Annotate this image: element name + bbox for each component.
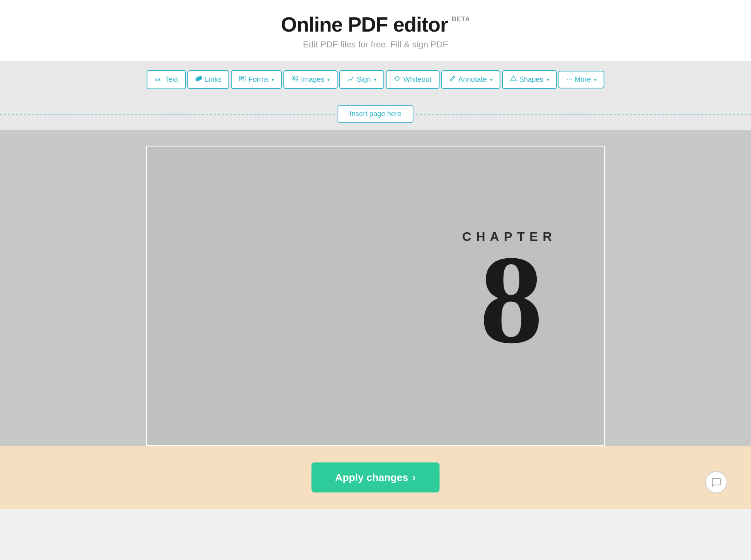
app-subtitle: Edit PDF files for free. Fill & sign PDF — [0, 39, 751, 50]
beta-badge: BETA — [452, 16, 470, 23]
links-label: Links — [205, 75, 221, 84]
chapter-content: CHAPTER 8 — [462, 229, 557, 363]
apply-changes-button[interactable]: Apply changes › — [311, 462, 440, 492]
apply-arrow-icon: › — [412, 471, 416, 484]
insert-page-button[interactable]: Insert page here — [338, 105, 413, 123]
annotate-chevron-icon: ▾ — [490, 77, 492, 83]
bottom-bar: Apply changes › — [0, 446, 751, 509]
title-row: Online PDF editor BETA — [0, 13, 751, 36]
shapes-icon — [510, 75, 517, 84]
annotate-label: Annotate — [459, 75, 487, 84]
text-label: Text — [165, 75, 178, 84]
text-icon: IA — [155, 75, 162, 85]
sign-chevron-icon: ▾ — [374, 77, 376, 83]
more-tool-button[interactable]: ··· More ▾ — [559, 71, 604, 88]
app-title: Online PDF editor — [281, 13, 448, 36]
annotate-tool-button[interactable]: Annotate ▾ — [441, 70, 500, 89]
sign-tool-button[interactable]: Sign ▾ — [339, 70, 384, 89]
forms-tool-button[interactable]: Forms ▾ — [231, 70, 282, 89]
whiteout-tool-button[interactable]: Whiteout — [386, 70, 439, 89]
svg-text:IA: IA — [155, 76, 161, 82]
forms-icon — [239, 75, 246, 84]
shapes-label: Shapes — [519, 75, 543, 84]
shapes-chevron-icon: ▾ — [547, 77, 549, 83]
chat-bubble-button[interactable] — [705, 471, 727, 493]
more-icon: ··· — [566, 75, 572, 84]
annotate-icon — [449, 75, 456, 84]
insert-page-area: Insert page here — [0, 98, 751, 130]
links-icon — [195, 75, 202, 84]
header: Online PDF editor BETA Edit PDF files fo… — [0, 0, 751, 61]
toolbar-buttons: IA Text Links — [147, 70, 604, 89]
chapter-number: 8 — [480, 236, 539, 363]
svg-marker-8 — [510, 76, 516, 81]
more-label: More — [575, 75, 591, 84]
pdf-page: CHAPTER 8 — [146, 146, 605, 446]
whiteout-icon — [394, 75, 401, 84]
links-tool-button[interactable]: Links — [187, 70, 229, 89]
apply-changes-label: Apply changes — [335, 472, 408, 484]
chapter-label: CHAPTER — [462, 229, 557, 244]
shapes-tool-button[interactable]: Shapes ▾ — [502, 70, 557, 89]
forms-chevron-icon: ▾ — [272, 77, 274, 83]
forms-label: Forms — [248, 75, 268, 84]
pdf-area: CHAPTER 8 — [0, 130, 751, 446]
images-chevron-icon: ▾ — [327, 77, 330, 83]
sign-icon — [347, 75, 354, 84]
whiteout-label: Whiteout — [403, 75, 431, 84]
sign-label: Sign — [357, 75, 371, 84]
images-icon — [291, 75, 298, 84]
svg-rect-5 — [292, 76, 298, 81]
images-label: Images — [301, 75, 324, 84]
more-chevron-icon: ▾ — [594, 77, 596, 83]
toolbar: IA Text Links — [0, 61, 751, 98]
text-tool-button[interactable]: IA Text — [147, 70, 186, 89]
svg-line-7 — [453, 77, 454, 78]
images-tool-button[interactable]: Images ▾ — [283, 70, 338, 89]
